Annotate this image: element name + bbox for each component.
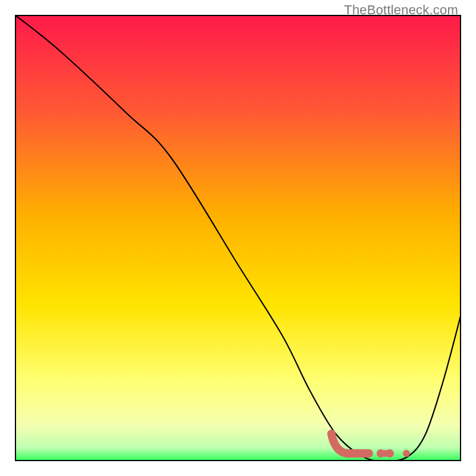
optimum-dash: [383, 450, 389, 457]
chart-frame: [15, 15, 461, 461]
gradient-background: [15, 15, 461, 461]
watermark-text: TheBottleneck.com: [344, 2, 458, 18]
chart-svg: [15, 15, 461, 461]
optimum-dot: [403, 450, 410, 457]
